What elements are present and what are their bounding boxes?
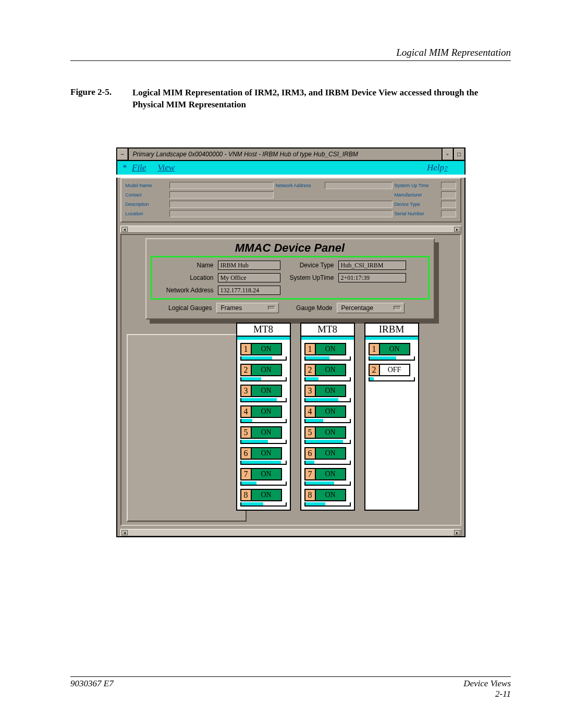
menu-file[interactable]: File <box>132 163 146 173</box>
maximize-icon[interactable]: □ <box>453 149 464 160</box>
port[interactable]: 1ON <box>240 343 287 355</box>
lbl-gauge-mode: Gauge Mode <box>283 304 333 312</box>
opt-logical-gauges[interactable]: Frames <box>216 303 279 313</box>
port-number: 4 <box>304 405 316 418</box>
module-mt8[interactable]: MT81ON2ON3ON4ON5ON6ON7ON8ON <box>236 323 291 511</box>
lbl-uptime: System UpTime <box>285 274 334 281</box>
port-gauge-fill <box>305 482 334 485</box>
port[interactable]: 5ON <box>240 426 287 439</box>
port-gauge-fill <box>241 502 264 505</box>
mmac-panel: MMAC Device Panel Name IRBM Hub Device T… <box>145 238 435 319</box>
port-state: ON <box>316 364 346 376</box>
port-state: ON <box>380 343 410 355</box>
port-gauge <box>369 356 415 361</box>
scroll-right-icon[interactable]: ▸ <box>454 227 460 232</box>
fld-location2[interactable]: My Office <box>218 273 280 282</box>
footer-right-a: Device Views <box>463 678 511 689</box>
port-number: 3 <box>240 385 252 397</box>
menu-help[interactable]: Help? <box>427 163 448 173</box>
mmac-identity-box: Name IRBM Hub Device Type Hub_CSI_IRBM L… <box>151 256 430 300</box>
port-gauge-fill <box>305 398 339 401</box>
window-menu-icon[interactable]: − <box>117 149 129 160</box>
port-number: 8 <box>240 489 252 501</box>
port-gauge-fill <box>305 419 323 422</box>
fld-serial-number[interactable] <box>441 210 456 217</box>
scroll-right-icon[interactable]: ▸ <box>454 530 460 535</box>
port-number: 7 <box>240 468 252 480</box>
port[interactable]: 2OFF <box>369 364 415 376</box>
port-gauge-fill <box>241 377 261 380</box>
port-number: 8 <box>304 489 316 501</box>
port-gauge-fill <box>305 377 319 380</box>
fld-description[interactable] <box>169 201 393 208</box>
titlebar: − Primary Landscape 0x00400000 - VNM Hos… <box>116 147 466 161</box>
port-state: ON <box>252 447 282 460</box>
fld-manufacturer[interactable] <box>441 191 456 199</box>
port[interactable]: 4ON <box>304 405 351 418</box>
fld-device-type[interactable] <box>441 201 456 208</box>
port[interactable]: 3ON <box>240 385 287 397</box>
port-state: ON <box>252 343 282 355</box>
port-state: ON <box>252 405 282 418</box>
module-header-bar <box>365 336 418 340</box>
menu-view[interactable]: View <box>157 163 175 173</box>
lbl-devtype: Device Type <box>285 262 334 269</box>
port[interactable]: 4ON <box>240 405 287 418</box>
fld-uptime[interactable]: 2+01:17:39 <box>338 273 406 282</box>
port[interactable]: 6ON <box>304 447 351 460</box>
port-state: ON <box>252 426 282 439</box>
port-gauge <box>304 502 351 507</box>
scroll-left-icon[interactable]: ◂ <box>121 227 128 232</box>
info-panel: Model Name Network Address System Up Tim… <box>120 178 461 223</box>
port-state: ON <box>252 364 282 376</box>
port-gauge <box>304 356 351 361</box>
port-gauge <box>240 377 287 381</box>
opt-gauge-mode[interactable]: Percentage <box>337 303 405 313</box>
port[interactable]: 8ON <box>304 489 351 501</box>
port[interactable]: 5ON <box>304 426 351 439</box>
port-gauge <box>240 356 287 361</box>
fld-location[interactable] <box>169 210 393 217</box>
h-scrollbar-top[interactable]: ◂ ▸ <box>120 226 461 233</box>
port-gauge-fill <box>241 440 268 443</box>
minimize-icon[interactable]: ▫ <box>442 149 453 160</box>
lbl-logical-gauges: Logical Gauges <box>155 304 212 312</box>
opt-gauge-mode-value: Percentage <box>341 304 373 312</box>
fld-netaddr[interactable]: 132.177.118.24 <box>218 286 280 295</box>
port-number: 3 <box>304 385 316 397</box>
port[interactable]: 6ON <box>240 447 287 460</box>
port-number: 2 <box>369 364 380 376</box>
port[interactable]: 8ON <box>240 489 287 501</box>
port[interactable]: 7ON <box>240 468 287 480</box>
fld-name[interactable]: IRBM Hub <box>218 261 280 270</box>
module-irbm[interactable]: IRBM1ON2OFF <box>364 323 419 511</box>
fld-system-up-time[interactable] <box>441 182 456 189</box>
port[interactable]: 1ON <box>304 343 351 355</box>
mmac-title: MMAC Device Panel <box>151 241 430 255</box>
h-scrollbar-bottom[interactable]: ◂ ▸ <box>120 529 461 536</box>
module-header-bar <box>301 336 354 340</box>
figure-label: Figure 2-5. <box>70 87 112 111</box>
fld-devtype[interactable]: Hub_CSI_IRBM <box>338 261 406 270</box>
figure-text: Logical MIM Representation of IRM2, IRM3… <box>132 87 511 111</box>
port[interactable]: 3ON <box>304 385 351 397</box>
port[interactable]: 7ON <box>304 468 351 480</box>
port-state: ON <box>252 468 282 480</box>
port-number: 7 <box>304 468 316 480</box>
port-gauge-fill <box>305 461 314 464</box>
menu-star: * <box>123 163 127 173</box>
port[interactable]: 2ON <box>240 364 287 376</box>
fld-network-address[interactable] <box>325 182 393 189</box>
scroll-left-icon[interactable]: ◂ <box>121 530 128 535</box>
module-mt8[interactable]: MT81ON2ON3ON4ON5ON6ON7ON8ON <box>300 323 355 511</box>
port-gauge <box>304 440 351 444</box>
fld-model-name[interactable] <box>169 182 274 189</box>
port[interactable]: 2ON <box>304 364 351 376</box>
fld-contact[interactable] <box>169 191 274 199</box>
port-gauge-fill <box>241 482 257 485</box>
port-state: ON <box>316 343 346 355</box>
lbl-system-up-time: System Up Time <box>395 183 439 188</box>
port[interactable]: 1ON <box>369 343 415 355</box>
port-state: ON <box>316 385 346 397</box>
port-gauge <box>304 482 351 486</box>
